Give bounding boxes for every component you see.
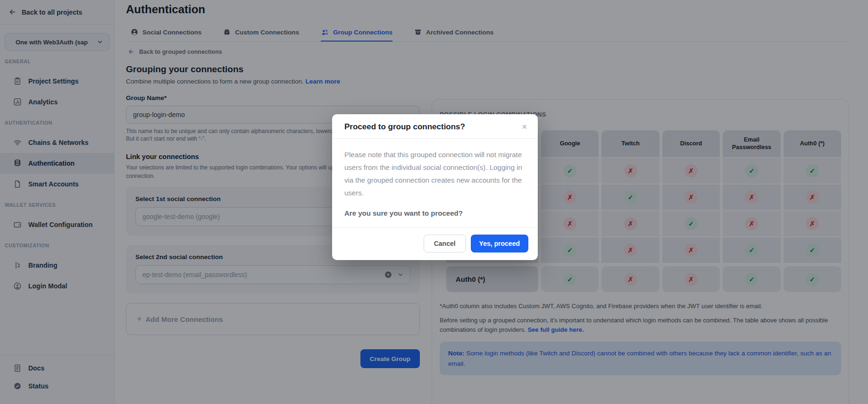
web3auth-dashboard: Back to all projects One with Web3Auth (… bbox=[0, 0, 868, 404]
modal-header: Proceed to group connections? ✕ bbox=[332, 114, 538, 138]
modal-question: Are you sure you want to proceed? bbox=[344, 209, 526, 217]
modal-title: Proceed to group connections? bbox=[344, 122, 465, 132]
yes-proceed-button[interactable]: Yes, proceed bbox=[471, 235, 528, 252]
modal-body: Please note that this grouped connection… bbox=[332, 139, 538, 227]
modal-message: Please note that this grouped connection… bbox=[344, 148, 526, 199]
modal-footer: Cancel Yes, proceed bbox=[332, 228, 538, 260]
cancel-button[interactable]: Cancel bbox=[424, 235, 466, 252]
proceed-modal: Proceed to group connections? ✕ Please n… bbox=[332, 114, 538, 260]
close-icon[interactable]: ✕ bbox=[518, 122, 530, 131]
